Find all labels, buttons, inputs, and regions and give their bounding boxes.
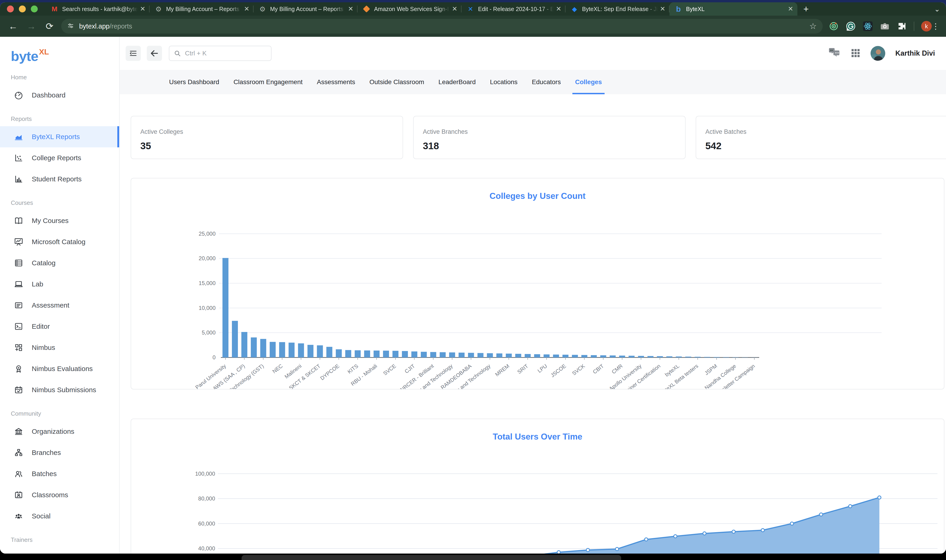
browser-tab[interactable]: bByteXL✕ [670, 2, 797, 15]
chat-icon[interactable] [828, 48, 840, 59]
minimize-window-button[interactable] [19, 6, 26, 12]
browser-tab[interactable]: ✕Edit - Release 2024-10-17 - E✕ [461, 2, 565, 15]
maximize-window-button[interactable] [31, 6, 38, 12]
browser-tab[interactable]: ◆ByteXL: Sep End Release - Ji✕ [565, 2, 670, 15]
page-body: Active Colleges35Active Branches318Activ… [120, 94, 946, 554]
tab-users-dashboard[interactable]: Users Dashboard [169, 70, 219, 94]
area-chart-icon [14, 132, 23, 142]
tab-search-icon[interactable]: ⌄ [934, 5, 940, 13]
page-back-button[interactable] [147, 46, 162, 61]
stat-label: Active Batches [705, 128, 946, 135]
tab-leaderboard[interactable]: LeaderBoard [438, 70, 476, 94]
search-input[interactable] [185, 49, 266, 57]
svg-text:CBIT: CBIT [592, 363, 605, 375]
sidebar-item-dashboard[interactable]: Dashboard [0, 85, 119, 106]
tab-close-icon[interactable]: ✕ [348, 6, 353, 12]
sidebar-item-nimbus-evaluations[interactable]: Nimbus Evaluations [0, 358, 119, 379]
sidebar-item-label: College Reports [32, 154, 81, 162]
grammarly-icon[interactable] [846, 21, 856, 31]
sidebar-item-microsoft-catalog[interactable]: Microsoft Catalog [0, 231, 119, 252]
url-bar[interactable]: bytexl.app/reports ☆ [61, 19, 823, 34]
url-text[interactable]: bytexl.app/reports [79, 23, 132, 30]
window-controls [7, 6, 38, 12]
bank-icon [14, 427, 23, 436]
browser-menu-icon[interactable]: ⋮ [932, 22, 940, 31]
tab-close-icon[interactable]: ✕ [244, 6, 249, 12]
target-icon[interactable] [829, 21, 839, 31]
react-icon[interactable] [863, 21, 873, 31]
tab-close-icon[interactable]: ✕ [140, 6, 145, 12]
user-name[interactable]: Karthik Divi [895, 49, 935, 57]
stat-card-active-colleges: Active Colleges35 [131, 116, 403, 159]
sidebar-item-branches[interactable]: Branches [0, 442, 119, 463]
svg-text:JSCOE: JSCOE [549, 363, 567, 378]
global-search[interactable] [169, 46, 272, 61]
browser-tab[interactable]: MSearch results - karthik@byte✕ [46, 2, 150, 15]
users-area-chart[interactable]: 100,00080,00060,00040,000 [131, 419, 944, 554]
tab-assessments[interactable]: Assessments [317, 70, 355, 94]
tab-close-icon[interactable]: ✕ [660, 6, 665, 12]
sidebar-collapse-button[interactable] [126, 46, 141, 61]
back-icon[interactable]: ← [8, 21, 18, 31]
sidebar-item-editor[interactable]: Editor [0, 316, 119, 337]
sidebar-section-courses: Courses [11, 199, 119, 206]
chrome-profile-avatar[interactable]: k [921, 21, 932, 31]
puzzle-icon[interactable] [897, 21, 907, 31]
reload-icon[interactable]: ⟳ [45, 21, 55, 31]
gmail-icon: M [51, 5, 59, 13]
svg-text:NEC: NEC [271, 363, 284, 374]
sidebar-item-label: Microsoft Catalog [32, 238, 85, 246]
sidebar-item-lab[interactable]: Lab [0, 274, 119, 295]
sidebar-item-nimbus[interactable]: Nimbus [0, 337, 119, 358]
sidebar-item-bytexl-reports[interactable]: ByteXL Reports [0, 126, 119, 147]
sidebar-item-label: Student Reports [32, 175, 82, 183]
svg-text:0: 0 [213, 354, 216, 360]
sidebar-item-batches[interactable]: Batches [0, 463, 119, 485]
sidebar-item-nimbus-submissions[interactable]: Nimbus Submissions [0, 379, 119, 400]
tab-educators[interactable]: Educators [532, 70, 561, 94]
tab-title: Search results - karthik@byte [62, 6, 138, 12]
sidebar-item-assessment[interactable]: Assessment [0, 295, 119, 316]
browser-tab[interactable]: ⚙My Billing Account – Reports✕ [253, 2, 358, 15]
sidebar-item-classrooms[interactable]: Classrooms [0, 485, 119, 506]
tab-locations[interactable]: Locations [490, 70, 518, 94]
sidebar-item-my-courses[interactable]: My Courses [0, 210, 119, 231]
tab-classroom-engagement[interactable]: Classroom Engagement [233, 70, 302, 94]
browser-tab[interactable]: Amazon Web Services Sign-I✕ [358, 2, 461, 15]
sidebar-item-label: Nimbus Submissions [32, 386, 96, 394]
new-tab-button[interactable]: + [803, 4, 809, 14]
tab-close-icon[interactable]: ✕ [452, 6, 457, 12]
colleges-bar-chart[interactable]: 25,00020,00015,00010,0005,0000Parul Univ… [131, 178, 944, 389]
tab-colleges[interactable]: Colleges [575, 70, 602, 94]
sidebar-item-organizations[interactable]: Organizations [0, 421, 119, 442]
sidebar-item-social[interactable]: Social [0, 506, 119, 527]
bytexl-icon: b [674, 5, 682, 13]
browser-tab[interactable]: ⚙My Billing Account – Reports✕ [150, 2, 253, 15]
tab-outside-classroom[interactable]: Outside Classroom [369, 70, 424, 94]
billing-gear-icon: ⚙ [259, 5, 266, 13]
sidebar-item-label: Classrooms [32, 491, 68, 499]
svg-text:10,000: 10,000 [199, 305, 216, 311]
tab-close-icon[interactable]: ✕ [788, 6, 793, 12]
svg-text:5,000: 5,000 [202, 329, 216, 335]
forward-icon[interactable]: → [26, 21, 36, 31]
site-settings-icon[interactable] [67, 22, 74, 30]
presentation-icon [14, 237, 23, 247]
tab-title: My Billing Account – Reports [270, 6, 346, 12]
sidebar-item-student-reports[interactable]: Student Reports [0, 169, 119, 190]
close-window-button[interactable] [7, 6, 14, 12]
sidebar-item-college-reports[interactable]: College Reports [0, 147, 119, 169]
svg-text:15,000: 15,000 [199, 280, 216, 286]
camera-icon[interactable] [880, 21, 890, 31]
svg-text:40,000: 40,000 [198, 545, 215, 551]
user-avatar[interactable] [870, 46, 885, 61]
sidebar-item-label: Organizations [32, 428, 74, 435]
tab-close-icon[interactable]: ✕ [556, 6, 561, 12]
stat-card-active-branches: Active Branches318 [413, 116, 685, 159]
bytexl-logo[interactable]: byteXL [11, 47, 119, 64]
assessment-icon [14, 300, 23, 310]
bookmark-star-icon[interactable]: ☆ [809, 22, 817, 31]
search-icon [174, 50, 181, 57]
apps-grid-icon[interactable] [850, 48, 860, 59]
sidebar-item-catalog[interactable]: Catalog [0, 252, 119, 274]
